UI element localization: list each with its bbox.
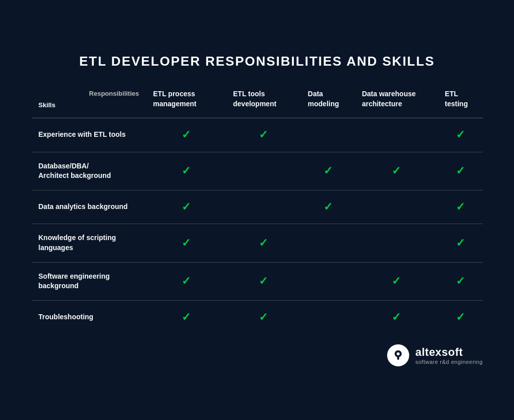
checkmark-icon: ✓ xyxy=(182,274,191,289)
header-col-3: Data warehouse architecture xyxy=(355,84,438,118)
header-skills-responsibilities: Responsibilities Skills xyxy=(32,84,146,118)
skills-label: Skills xyxy=(39,101,139,110)
check-cell-2-4: ✓ xyxy=(438,190,482,224)
checkmark-icon: ✓ xyxy=(456,163,465,179)
check-cell-3-3 xyxy=(355,224,438,262)
check-cell-0-0: ✓ xyxy=(146,118,226,152)
logo-text-group: altexsoft software r&d engineering xyxy=(415,346,482,365)
check-cell-4-3: ✓ xyxy=(355,262,438,300)
checkmark-icon: ✓ xyxy=(182,127,191,143)
check-cell-4-1: ✓ xyxy=(226,262,301,300)
check-cell-1-2: ✓ xyxy=(301,152,355,190)
checkmark-icon: ✓ xyxy=(259,310,268,325)
skill-name-5: Troubleshooting xyxy=(32,300,146,334)
check-cell-2-1 xyxy=(226,190,301,224)
check-cell-4-4: ✓ xyxy=(438,262,482,300)
check-cell-1-0: ✓ xyxy=(146,152,226,190)
logo-subtitle: software r&d engineering xyxy=(415,359,482,365)
table-row: Database/DBA/ Architect background✓✓✓✓ xyxy=(32,152,483,190)
checkmark-icon: ✓ xyxy=(259,127,268,143)
checkmark-icon: ✓ xyxy=(323,199,332,215)
skill-name-0: Experience with ETL tools xyxy=(32,118,146,152)
table-row: Troubleshooting✓✓✓✓ xyxy=(32,300,483,334)
check-cell-5-2 xyxy=(301,300,355,334)
header-col-0: ETL process management xyxy=(146,84,226,118)
check-cell-1-4: ✓ xyxy=(438,152,482,190)
logo-icon xyxy=(387,344,409,366)
checkmark-icon: ✓ xyxy=(456,236,465,251)
skill-name-4: Software engineering background xyxy=(32,262,146,300)
check-cell-5-1: ✓ xyxy=(226,300,301,334)
check-cell-4-0: ✓ xyxy=(146,262,226,300)
table-row: Knowledge of scripting languages✓✓✓ xyxy=(32,224,483,262)
checkmark-icon: ✓ xyxy=(323,163,332,179)
table-row: Data analytics background✓✓✓ xyxy=(32,190,483,224)
main-container: ETL DEVELOPER RESPONSIBILITIES AND SKILL… xyxy=(17,44,498,376)
check-cell-5-3: ✓ xyxy=(355,300,438,334)
checkmark-icon: ✓ xyxy=(182,199,191,215)
check-cell-2-2: ✓ xyxy=(301,190,355,224)
checkmark-icon: ✓ xyxy=(456,199,465,215)
header-col-4: ETL testing xyxy=(438,84,482,118)
check-cell-5-4: ✓ xyxy=(438,300,482,334)
checkmark-icon: ✓ xyxy=(392,163,401,179)
check-cell-0-3 xyxy=(355,118,438,152)
header-col-1: ETL tools development xyxy=(226,84,301,118)
skill-name-2: Data analytics background xyxy=(32,190,146,224)
checkmark-icon: ✓ xyxy=(456,127,465,143)
skill-name-3: Knowledge of scripting languages xyxy=(32,224,146,262)
checkmark-icon: ✓ xyxy=(182,163,191,179)
check-cell-3-4: ✓ xyxy=(438,224,482,262)
checkmark-icon: ✓ xyxy=(392,310,401,325)
check-cell-3-2 xyxy=(301,224,355,262)
skills-table: Responsibilities Skills ETL process mana… xyxy=(32,84,483,334)
responsibilities-label: Responsibilities xyxy=(39,89,139,98)
checkmark-icon: ✓ xyxy=(182,310,191,325)
check-cell-0-2 xyxy=(301,118,355,152)
check-cell-2-0: ✓ xyxy=(146,190,226,224)
checkmark-icon: ✓ xyxy=(456,274,465,289)
table-row: Experience with ETL tools✓✓✓ xyxy=(32,118,483,152)
check-cell-3-1: ✓ xyxy=(226,224,301,262)
checkmark-icon: ✓ xyxy=(392,274,401,289)
check-cell-2-3 xyxy=(355,190,438,224)
check-cell-5-0: ✓ xyxy=(146,300,226,334)
checkmark-icon: ✓ xyxy=(456,310,465,325)
check-cell-0-1: ✓ xyxy=(226,118,301,152)
checkmark-icon: ✓ xyxy=(259,274,268,289)
header-col-2: Data modeling xyxy=(301,84,355,118)
checkmark-icon: ✓ xyxy=(259,236,268,251)
check-cell-1-3: ✓ xyxy=(355,152,438,190)
skill-name-1: Database/DBA/ Architect background xyxy=(32,152,146,190)
page-title: ETL DEVELOPER RESPONSIBILITIES AND SKILL… xyxy=(32,54,483,69)
footer: altexsoft software r&d engineering xyxy=(32,344,483,366)
check-cell-4-2 xyxy=(301,262,355,300)
check-cell-1-1 xyxy=(226,152,301,190)
table-row: Software engineering background✓✓✓✓ xyxy=(32,262,483,300)
checkmark-icon: ✓ xyxy=(182,236,191,251)
check-cell-3-0: ✓ xyxy=(146,224,226,262)
check-cell-0-4: ✓ xyxy=(438,118,482,152)
logo-name: altexsoft xyxy=(415,346,482,359)
